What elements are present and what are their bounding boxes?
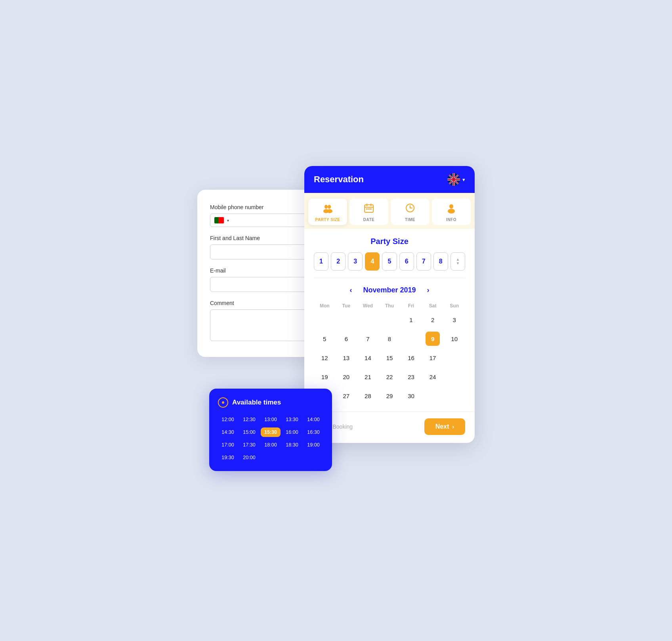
time-slot[interactable]: 13:30 (282, 415, 302, 424)
spinner-down[interactable]: ▼ (456, 261, 460, 265)
step-info[interactable]: INFO (432, 198, 471, 225)
cal-day-28[interactable]: 28 (357, 386, 379, 405)
party-size-selector: 1 2 3 4 5 6 7 8 ▲ ▼ (314, 252, 465, 271)
cal-day-12[interactable]: 12 (314, 348, 336, 367)
party-size-section-title: Party Size (314, 237, 465, 246)
cal-empty (422, 386, 444, 405)
party-size-step-icon (322, 202, 333, 216)
svg-point-1 (325, 205, 328, 209)
cal-day-10[interactable]: 10 (443, 329, 465, 348)
calendar-week-5: 26 27 28 29 30 (314, 386, 465, 405)
cal-day-23[interactable]: 23 (400, 367, 422, 386)
reservation-title: Reservation (314, 174, 364, 185)
uk-flag-icon (447, 173, 460, 186)
cal-day-29[interactable]: 29 (379, 386, 401, 405)
col-sat: Sat (422, 301, 444, 310)
cal-day-21[interactable]: 21 (357, 367, 379, 386)
cal-day-7[interactable]: 7 (357, 329, 379, 348)
party-size-6[interactable]: 6 (399, 252, 414, 271)
language-selector[interactable]: ▾ (447, 173, 465, 186)
time-slot-selected[interactable]: 15:30 (261, 427, 281, 437)
party-size-1[interactable]: 1 (314, 252, 328, 271)
time-slot[interactable]: 19:00 (304, 440, 323, 450)
lang-chevron-icon: ▾ (462, 177, 465, 183)
cal-empty (400, 329, 422, 348)
cal-day-3[interactable]: 3 (443, 310, 465, 329)
step-time-label: TIME (405, 217, 415, 222)
cal-day-15[interactable]: 15 (379, 348, 401, 367)
time-slot[interactable]: 18:30 (282, 440, 302, 450)
next-button-label: Next (435, 423, 449, 430)
col-fri: Fri (400, 301, 422, 310)
calendar-week-1: 1 2 3 (314, 310, 465, 329)
step-date[interactable]: DATE (349, 198, 388, 225)
time-slot[interactable]: 15:00 (239, 427, 259, 437)
party-size-5[interactable]: 5 (382, 252, 397, 271)
calendar-grid: Mon Tue Wed Thu Fri Sat Sun (314, 301, 465, 405)
cal-day-8[interactable]: 8 (379, 329, 401, 348)
cal-day-24[interactable]: 24 (422, 367, 444, 386)
time-slot[interactable]: 17:30 (239, 440, 259, 450)
next-button[interactable]: Next › (424, 418, 465, 435)
time-slot[interactable]: 16:30 (304, 427, 323, 437)
cal-day-6[interactable]: 6 (336, 329, 357, 348)
cal-day-22[interactable]: 22 (379, 367, 401, 386)
cal-day-16[interactable]: 16 (400, 348, 422, 367)
clock-icon (218, 397, 228, 408)
step-date-label: DATE (363, 217, 374, 222)
cal-empty (443, 386, 465, 405)
calendar-navigation: ‹ November 2019 › (314, 284, 465, 296)
cal-day-20[interactable]: 20 (336, 367, 357, 386)
prev-month-button[interactable]: ‹ (346, 284, 355, 296)
time-slot[interactable]: 18:00 (261, 440, 281, 450)
svg-point-15 (449, 204, 453, 209)
time-slot[interactable]: 12:00 (218, 415, 238, 424)
portugal-flag (214, 217, 224, 223)
divider (314, 278, 465, 278)
party-size-7[interactable]: 7 (416, 252, 431, 271)
time-slot[interactable]: 14:30 (218, 427, 238, 437)
col-wed: Wed (357, 301, 379, 310)
time-slot[interactable]: 20:00 (239, 453, 259, 462)
svg-rect-11 (370, 208, 372, 210)
cal-day-30[interactable]: 30 (400, 386, 422, 405)
cal-day-13[interactable]: 13 (336, 348, 357, 367)
cal-day-1[interactable]: 1 (400, 310, 422, 329)
cal-day-5[interactable]: 5 (314, 329, 336, 348)
time-slot[interactable]: 19:30 (218, 453, 238, 462)
time-slot[interactable]: 16:00 (282, 427, 302, 437)
time-step-icon (405, 202, 416, 216)
party-size-8[interactable]: 8 (433, 252, 448, 271)
cal-empty (357, 310, 379, 329)
cal-day-9[interactable]: 9 (422, 329, 444, 348)
reservation-body: Party Size 1 2 3 4 5 6 7 8 ▲ ▼ ‹ Novembe (304, 229, 475, 412)
cal-empty (336, 310, 357, 329)
calendar-month: November 2019 (363, 286, 416, 294)
cal-day-27[interactable]: 27 (336, 386, 357, 405)
step-party-size-label: PARTY SIZE (315, 217, 340, 222)
step-party-size[interactable]: PARTY SIZE (308, 198, 347, 225)
cal-empty (443, 367, 465, 386)
step-time[interactable]: TIME (391, 198, 430, 225)
svg-point-2 (328, 205, 331, 209)
svg-point-16 (448, 209, 455, 214)
next-month-button[interactable]: › (424, 284, 433, 296)
cal-day-14[interactable]: 14 (357, 348, 379, 367)
time-slot[interactable]: 12:30 (239, 415, 259, 424)
time-slot[interactable]: 17:00 (218, 440, 238, 450)
next-arrow-icon: › (452, 424, 454, 430)
time-slot[interactable]: 13:00 (261, 415, 281, 424)
available-times-card: Available times 12:00 12:30 13:00 13:30 … (209, 389, 332, 471)
times-header: Available times (218, 397, 323, 408)
time-slot[interactable]: 14:00 (304, 415, 323, 424)
cal-day-2[interactable]: 2 (422, 310, 444, 329)
cal-empty (314, 310, 336, 329)
svg-rect-10 (368, 208, 370, 210)
party-size-2[interactable]: 2 (331, 252, 346, 271)
cal-day-19[interactable]: 19 (314, 367, 336, 386)
scene: Mobile phone number ▾ First and Last Nam… (197, 166, 475, 475)
party-size-spinner[interactable]: ▲ ▼ (451, 252, 465, 271)
cal-day-17[interactable]: 17 (422, 348, 444, 367)
party-size-4[interactable]: 4 (365, 252, 380, 271)
party-size-3[interactable]: 3 (348, 252, 363, 271)
